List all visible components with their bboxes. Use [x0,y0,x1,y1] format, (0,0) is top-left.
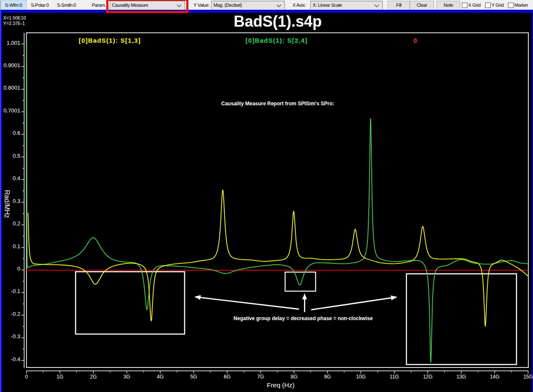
svg-text:-0.3: -0.3 [11,333,20,340]
svg-text:0.7001: 0.7001 [3,107,20,114]
svg-text:X=1.50E10: X=1.50E10 [3,15,26,20]
svg-text:-0.4: -0.4 [11,356,20,362]
svg-text:0: 0 [414,37,418,44]
svg-text:2G: 2G [90,374,97,380]
svg-text:3G: 3G [123,374,130,380]
svg-text:14G: 14G [490,374,500,380]
svg-text:Rad/MHz: Rad/MHz [3,190,11,218]
svg-text:0.3: 0.3 [13,198,20,204]
svg-text:0.5: 0.5 [13,153,20,159]
svg-text:-0.1: -0.1 [11,288,20,294]
svg-text:7G: 7G [257,374,264,380]
svg-text:1.001: 1.001 [6,40,20,46]
svg-text:4G: 4G [157,374,163,380]
svg-text:0.8001: 0.8001 [3,85,20,91]
svg-text:Negative group delay = decreas: Negative group delay = decreased phase =… [234,315,373,321]
svg-text:11G: 11G [390,374,399,380]
svg-text:8G: 8G [290,374,297,380]
svg-text:Causality Measure Report from: Causality Measure Report from SPISim's S… [221,101,334,107]
svg-text:13G: 13G [456,374,466,380]
svg-text:6G: 6G [224,374,230,380]
svg-text:15G: 15G [523,374,533,380]
svg-text:Freq (Hz): Freq (Hz) [267,381,294,389]
svg-text:0.6: 0.6 [13,130,20,136]
svg-text:[0]BadS(1): S[2,4]: [0]BadS(1): S[2,4] [246,37,308,44]
svg-text:-0.2: -0.2 [11,311,20,317]
svg-text:12G: 12G [423,374,433,380]
svg-text:5G: 5G [190,374,197,380]
svg-text:1G: 1G [56,374,63,380]
svg-text:0: 0 [17,266,20,272]
svg-text:0: 0 [25,374,28,380]
svg-text:0.9001: 0.9001 [3,62,20,69]
svg-text:BadS(1).s4p: BadS(1).s4p [234,13,322,30]
svg-text:Y=2.37E-1: Y=2.37E-1 [3,21,25,26]
svg-text:[0]BadS(1): S[1,3]: [0]BadS(1): S[1,3] [79,37,141,44]
svg-text:9G: 9G [324,374,331,380]
svg-text:10G: 10G [356,374,366,380]
svg-text:0.2: 0.2 [13,220,20,227]
svg-text:0.1: 0.1 [13,243,20,249]
svg-text:0.4: 0.4 [13,175,20,181]
